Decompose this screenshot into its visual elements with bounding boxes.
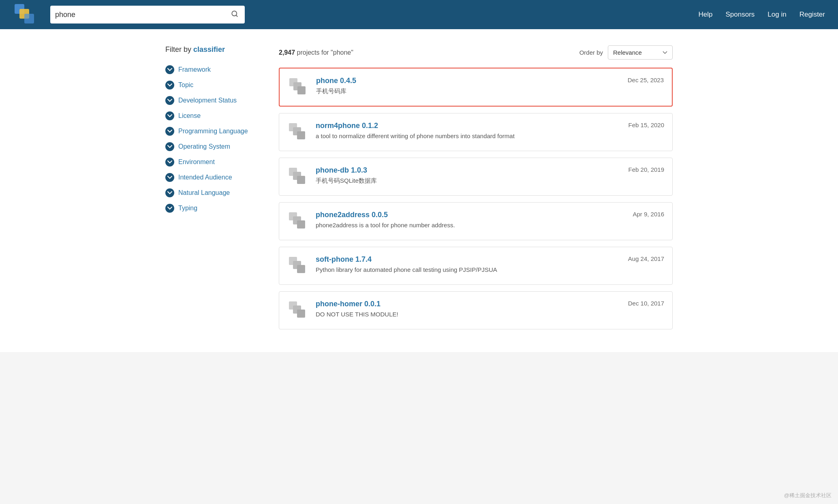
search-button[interactable]: [229, 9, 240, 21]
chevron-down-icon: [165, 158, 174, 167]
svg-rect-2: [24, 14, 34, 23]
chevron-down-icon: [165, 65, 174, 74]
sidebar-label-license[interactable]: License: [178, 112, 201, 120]
site-logo[interactable]: [13, 2, 37, 27]
svg-rect-22: [297, 310, 305, 318]
page-wrapper: Filter by classifier Framework Topic Dev…: [0, 29, 838, 352]
svg-rect-19: [297, 265, 305, 273]
site-header: phone Help Sponsors Log in Register: [0, 0, 838, 29]
package-header: norm4phone 0.1.2 Feb 15, 2020: [316, 122, 664, 130]
svg-rect-16: [297, 220, 305, 229]
package-name[interactable]: phone2address 0.0.5: [316, 211, 388, 219]
nav-sponsors[interactable]: Sponsors: [726, 11, 755, 19]
order-by-label: Order by: [579, 49, 603, 56]
nav-login[interactable]: Log in: [767, 11, 786, 19]
sidebar-label-development-status[interactable]: Development Status: [178, 97, 237, 104]
results-area: 2,947 projects for "phone" Order by Rele…: [279, 45, 673, 336]
order-select[interactable]: Relevance Date Name: [608, 45, 673, 60]
results-count-suffix: projects for "phone": [297, 49, 353, 56]
sidebar: Filter by classifier Framework Topic Dev…: [165, 45, 263, 336]
results-count-number: 2,947: [279, 49, 295, 56]
sidebar-item-natural-language[interactable]: Natural Language: [165, 185, 263, 201]
svg-line-4: [236, 15, 237, 16]
sidebar-item-development-status[interactable]: Development Status: [165, 93, 263, 108]
package-icon: [287, 300, 308, 321]
package-icon: [287, 166, 308, 187]
results-count: 2,947 projects for "phone": [279, 49, 353, 56]
package-name[interactable]: norm4phone 0.1.2: [316, 122, 378, 130]
header-nav: Help Sponsors Log in Register: [699, 11, 825, 19]
nav-help[interactable]: Help: [699, 11, 713, 19]
chevron-down-icon: [165, 142, 174, 151]
package-date: Apr 9, 2016: [633, 211, 664, 218]
package-header: phone2address 0.0.5 Apr 9, 2016: [316, 211, 664, 219]
search-bar: phone: [50, 6, 245, 23]
chevron-down-icon: [165, 81, 174, 90]
package-card[interactable]: phone-db 1.0.3 Feb 20, 2019 手机号码SQLite数据…: [279, 158, 673, 196]
chevron-down-icon: [165, 188, 174, 197]
sidebar-item-environment[interactable]: Environment: [165, 154, 263, 170]
svg-rect-7: [297, 86, 306, 94]
chevron-down-icon: [165, 173, 174, 182]
sidebar-label-typing[interactable]: Typing: [178, 205, 197, 212]
package-icon: [287, 122, 308, 143]
package-header: phone-db 1.0.3 Feb 20, 2019: [316, 166, 664, 175]
sidebar-item-framework[interactable]: Framework: [165, 62, 263, 77]
nav-register[interactable]: Register: [800, 11, 825, 19]
package-date: Dec 10, 2017: [628, 300, 664, 307]
sidebar-label-natural-language[interactable]: Natural Language: [178, 189, 230, 196]
sidebar-item-operating-system[interactable]: Operating System: [165, 139, 263, 154]
sidebar-label-framework[interactable]: Framework: [178, 66, 211, 73]
sidebar-label-operating-system[interactable]: Operating System: [178, 143, 230, 150]
package-header: phone-homer 0.0.1 Dec 10, 2017: [316, 300, 664, 308]
sidebar-item-intended-audience[interactable]: Intended Audience: [165, 170, 263, 185]
sidebar-label-intended-audience[interactable]: Intended Audience: [178, 174, 232, 181]
package-info: norm4phone 0.1.2 Feb 15, 2020 a tool to …: [316, 122, 664, 139]
package-description: a tool to normalize different writing of…: [316, 132, 664, 139]
package-description: 手机号码SQLite数据库: [316, 177, 664, 185]
sidebar-title: Filter by classifier: [165, 45, 263, 54]
svg-rect-10: [297, 131, 305, 139]
filter-by-label: Filter by: [165, 45, 193, 53]
packages-list: phone 0.4.5 Dec 25, 2023 手机号码库 norm4phon…: [279, 68, 673, 329]
package-card[interactable]: phone 0.4.5 Dec 25, 2023 手机号码库: [279, 68, 673, 107]
package-date: Feb 15, 2020: [628, 122, 664, 128]
sidebar-item-programming-language[interactable]: Programming Language: [165, 124, 263, 139]
main-container: Filter by classifier Framework Topic Dev…: [156, 29, 682, 352]
chevron-down-icon: [165, 204, 174, 213]
sidebar-item-typing[interactable]: Typing: [165, 201, 263, 216]
package-header: phone 0.4.5 Dec 25, 2023: [316, 77, 664, 85]
chevron-down-icon: [165, 127, 174, 136]
package-info: phone 0.4.5 Dec 25, 2023 手机号码库: [316, 77, 664, 95]
sidebar-item-topic[interactable]: Topic: [165, 77, 263, 93]
order-by: Order by Relevance Date Name: [579, 45, 673, 60]
package-icon: [287, 255, 308, 276]
classifier-link[interactable]: classifier: [193, 45, 225, 53]
package-header: soft-phone 1.7.4 Aug 24, 2017: [316, 255, 664, 264]
package-description: 手机号码库: [316, 88, 664, 95]
search-input[interactable]: phone: [55, 11, 229, 19]
sidebar-label-topic[interactable]: Topic: [178, 81, 193, 89]
package-card[interactable]: norm4phone 0.1.2 Feb 15, 2020 a tool to …: [279, 113, 673, 151]
package-card[interactable]: phone-homer 0.0.1 Dec 10, 2017 DO NOT US…: [279, 291, 673, 329]
sidebar-label-programming-language[interactable]: Programming Language: [178, 128, 248, 135]
package-icon: [287, 211, 308, 232]
sidebar-item-license[interactable]: License: [165, 108, 263, 124]
package-description: Python library for automated phone call …: [316, 266, 664, 273]
package-info: phone-db 1.0.3 Feb 20, 2019 手机号码SQLite数据…: [316, 166, 664, 185]
package-name[interactable]: phone 0.4.5: [316, 77, 356, 85]
package-name[interactable]: phone-db 1.0.3: [316, 166, 367, 175]
chevron-down-icon: [165, 96, 174, 105]
results-header: 2,947 projects for "phone" Order by Rele…: [279, 45, 673, 60]
package-name[interactable]: soft-phone 1.7.4: [316, 255, 372, 264]
package-name[interactable]: phone-homer 0.0.1: [316, 300, 381, 308]
package-date: Aug 24, 2017: [628, 255, 664, 262]
svg-rect-13: [297, 176, 305, 184]
package-date: Dec 25, 2023: [628, 77, 664, 83]
sidebar-label-environment[interactable]: Environment: [178, 158, 215, 166]
package-info: phone2address 0.0.5 Apr 9, 2016 phone2ad…: [316, 211, 664, 229]
package-date: Feb 20, 2019: [628, 166, 664, 173]
package-description: DO NOT USE THIS MODULE!: [316, 311, 664, 318]
package-card[interactable]: phone2address 0.0.5 Apr 9, 2016 phone2ad…: [279, 202, 673, 240]
package-card[interactable]: soft-phone 1.7.4 Aug 24, 2017 Python lib…: [279, 247, 673, 285]
